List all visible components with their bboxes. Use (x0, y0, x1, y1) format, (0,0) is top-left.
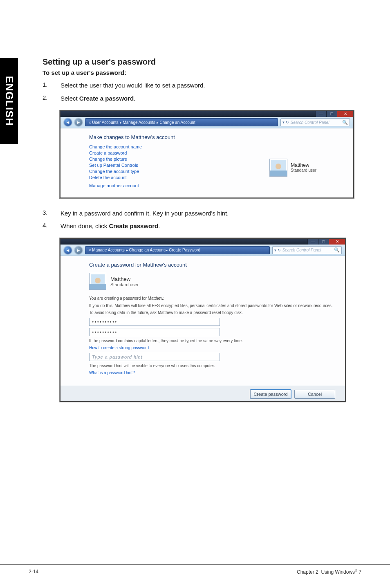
new-password-field[interactable] (89, 318, 220, 326)
account-role: Standard user (291, 168, 316, 173)
nav-row: ◄ ► « User Accounts ▸ Manage Accounts ▸ … (61, 117, 353, 128)
note-caps: If the password contains capital letters… (89, 338, 333, 344)
account-summary: Matthew Standard user (269, 159, 316, 177)
close-button[interactable]: ✕ (329, 239, 345, 245)
screenshot-change-account-window: — ▢ ✕ ◄ ► « User Accounts ▸ Manage Accou… (60, 110, 354, 198)
maximize-button[interactable]: ▢ (326, 111, 337, 117)
note-floppy: To avoid losing data in the future, ask … (89, 310, 333, 316)
page-content: Setting up a user's password To set up a… (43, 57, 353, 413)
avatar (269, 159, 287, 177)
step-item: 2. Select Create a password. (43, 94, 353, 103)
steps-list-part2: 3. Key in a password and confirm it. Key… (43, 209, 353, 231)
step-text: Select Create a password. (61, 94, 353, 103)
link-strong-password[interactable]: How to create a strong password (89, 345, 333, 351)
link-manage-another[interactable]: Manage another account (89, 183, 341, 188)
account-meta: Matthew Standard user (291, 162, 316, 173)
dialog-buttons: Create password Cancel (61, 386, 345, 401)
back-button[interactable]: ◄ (64, 246, 72, 254)
nav-row: ◄ ► « Manage Accounts ▸ Change an Accoun… (61, 245, 345, 256)
search-placeholder: Search Control Panel (282, 248, 332, 252)
close-button[interactable]: ✕ (337, 111, 353, 117)
screenshot-create-password-window: — ▢ ✕ ◄ ► « Manage Accounts ▸ Change an … (60, 238, 346, 402)
search-refresh-icon: ▾ ↻ (282, 120, 289, 124)
page-number: 2-14 (29, 569, 38, 575)
section-title: Setting up a user's password (43, 57, 353, 67)
panel-heading: Create a password for Matthew's account (89, 262, 333, 268)
search-box[interactable]: ▾ ↻ Search Control Panel 🔍 (280, 118, 350, 126)
search-icon: 🔍 (342, 120, 348, 125)
window-controls: — ▢ ✕ (316, 111, 353, 117)
user-meta: Matthew Standard user (110, 276, 139, 287)
panel-heading: Make changes to Matthew's account (89, 134, 341, 140)
avatar (89, 273, 106, 290)
maximize-button[interactable]: ▢ (318, 239, 329, 245)
user-name: Matthew (110, 276, 139, 282)
account-name: Matthew (291, 162, 316, 168)
forward-button[interactable]: ► (74, 246, 83, 254)
search-box[interactable]: ▾ ↻ Search Control Panel 🔍 (272, 246, 342, 254)
step-item: 3. Key in a password and confirm it. Key… (43, 209, 353, 218)
step-item: 1. Select the user that you would like t… (43, 81, 353, 90)
step-item: 4. When done, click Create password. (43, 222, 353, 231)
language-label: ENGLISH (3, 76, 16, 126)
password-hint-field[interactable]: Type a password hint (89, 353, 220, 361)
user-block: Matthew Standard user (89, 273, 333, 290)
breadcrumb[interactable]: « User Accounts ▸ Manage Accounts ▸ Chan… (85, 118, 278, 126)
step-number: 2. (43, 94, 61, 103)
step-number: 1. (43, 81, 61, 90)
note-creating: You are creating a password for Matthew. (89, 296, 333, 301)
window-body: Make changes to Matthew's account Change… (61, 128, 353, 197)
search-icon: 🔍 (334, 247, 340, 253)
chapter-text: Chapter 2: Using Windows (297, 569, 355, 575)
step-text: Key in a password and confirm it. Key in… (61, 209, 353, 218)
note-warning: If you do this, Matthew will lose all EF… (89, 303, 333, 309)
cancel-button[interactable]: Cancel (294, 390, 335, 399)
steps-list-part1: 1. Select the user that you would like t… (43, 81, 353, 103)
confirm-password-field[interactable] (89, 328, 220, 336)
step-number: 3. (43, 209, 61, 218)
link-create-password[interactable]: Create a password (89, 150, 341, 155)
chapter-suffix: 7 (357, 569, 361, 575)
note-hint-visible: The password hint will be visible to eve… (89, 363, 333, 369)
link-what-is-hint[interactable]: What is a password hint? (89, 370, 333, 376)
step-text: Select the user that you would like to s… (61, 81, 353, 90)
back-button[interactable]: ◄ (64, 118, 72, 126)
window-controls: — ▢ ✕ (307, 239, 345, 245)
language-side-tab: ENGLISH (0, 58, 18, 144)
window-titlebar: — ▢ ✕ (61, 111, 353, 117)
search-placeholder: Search Control Panel (291, 120, 341, 125)
chapter-label: Chapter 2: Using Windows® 7 (297, 569, 361, 575)
breadcrumb[interactable]: « Manage Accounts ▸ Change an Account ▸ … (85, 246, 270, 254)
link-change-name[interactable]: Change the account name (89, 144, 341, 149)
search-refresh-icon: ▾ ↻ (274, 248, 281, 252)
page-footer: 2-14 Chapter 2: Using Windows® 7 (0, 564, 390, 575)
minimize-button[interactable]: — (307, 239, 318, 245)
step-text: When done, click Create password. (61, 222, 353, 231)
user-role: Standard user (110, 282, 139, 287)
minimize-button[interactable]: — (316, 111, 326, 117)
section-subtitle: To set up a user's password: (43, 69, 353, 76)
step-number: 4. (43, 222, 61, 231)
window-titlebar: — ▢ ✕ (61, 239, 345, 245)
window-body: Create a password for Matthew's account … (61, 256, 345, 386)
create-password-button[interactable]: Create password (250, 390, 291, 399)
forward-button[interactable]: ► (74, 118, 83, 126)
